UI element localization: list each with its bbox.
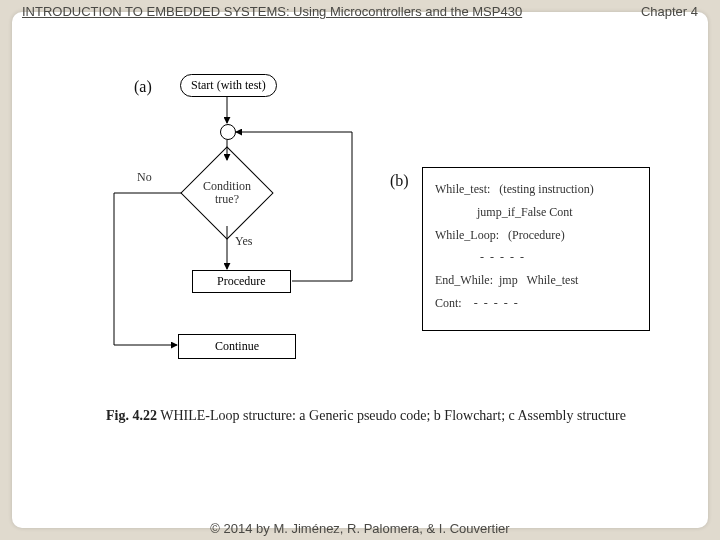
asm-line: End_While: jmp While_test	[435, 269, 637, 292]
asm-line: While_test: (testing instruction)	[435, 178, 637, 201]
assembly-listing: While_test: (testing instruction) jump_i…	[422, 167, 650, 331]
panel-label-b: (b)	[390, 172, 409, 190]
decision-text-2: true?	[215, 193, 239, 206]
figure-area: (a) (b) Start (with test) Condition true…	[52, 72, 668, 452]
asm-line: jump_if_False Cont	[435, 201, 637, 224]
slide-body: (a) (b) Start (with test) Condition true…	[12, 12, 708, 528]
edge-label-no: No	[137, 170, 152, 185]
figure-number: Fig. 4.22	[106, 408, 157, 423]
slide-footer: © 2014 by M. Jiménez, R. Palomera, & I. …	[0, 521, 720, 536]
asm-line: - - - - -	[435, 246, 637, 269]
book-title: INTRODUCTION TO EMBEDDED SYSTEMS: Using …	[22, 4, 522, 19]
procedure-node: Procedure	[192, 270, 291, 293]
figure-caption-text: WHILE-Loop structure: a Generic pseudo c…	[157, 408, 626, 423]
figure-caption: Fig. 4.22 WHILE-Loop structure: a Generi…	[106, 408, 626, 424]
edge-label-yes: Yes	[235, 234, 252, 249]
asm-line: While_Loop: (Procedure)	[435, 224, 637, 247]
continue-node: Continue	[178, 334, 296, 359]
start-node: Start (with test)	[180, 74, 277, 97]
asm-line: Cont: - - - - -	[435, 292, 637, 315]
panel-label-a: (a)	[134, 78, 152, 96]
decision-node: Condition true?	[182, 158, 272, 228]
copyright-text: © 2014 by M. Jiménez, R. Palomera, & I. …	[210, 521, 509, 536]
slide-header: INTRODUCTION TO EMBEDDED SYSTEMS: Using …	[22, 4, 698, 19]
connector-node	[220, 124, 236, 140]
chapter-label: Chapter 4	[641, 4, 698, 19]
